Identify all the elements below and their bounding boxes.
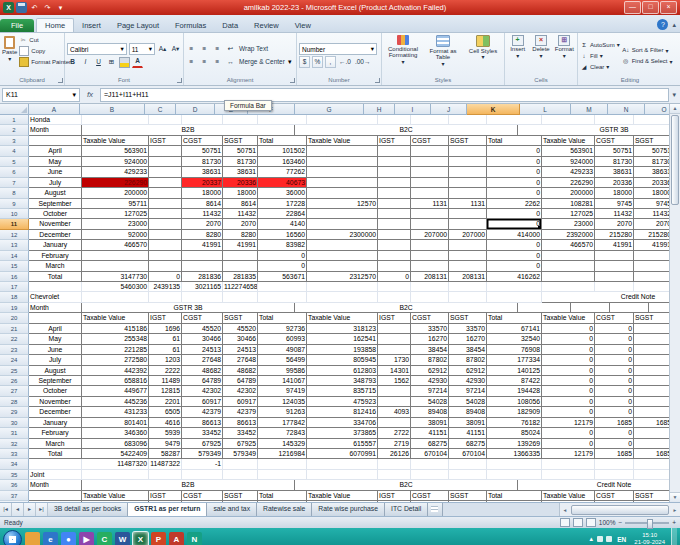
cell-H4[interactable] — [378, 146, 411, 156]
cell-I27[interactable]: 97214 — [411, 386, 449, 396]
cell-A9[interactable]: September — [29, 199, 82, 209]
cell-N21[interactable] — [634, 324, 669, 334]
cell-A22[interactable]: May — [29, 334, 82, 344]
cell-D12[interactable]: 8280 — [182, 230, 223, 240]
cell-L18[interactable]: Credit Note — [542, 292, 669, 302]
cell-J24[interactable]: 87802 — [449, 355, 487, 365]
fill-button[interactable]: ↓Fill▾ — [580, 51, 620, 61]
cell-B29[interactable]: 431233 — [82, 407, 149, 417]
cell-E22[interactable]: 30466 — [223, 334, 258, 344]
cell-D26[interactable]: 64789 — [182, 376, 223, 386]
cut-button[interactable]: ✂Cut — [19, 35, 71, 45]
cell-A26[interactable]: September — [29, 376, 82, 386]
cell-M28[interactable]: 0 — [595, 397, 634, 407]
cell-K27[interactable]: 194428 — [487, 386, 542, 396]
row-header-34[interactable]: 34 — [0, 459, 29, 469]
cell-K16[interactable]: 416262 — [487, 272, 542, 282]
cell-C30[interactable]: 4616 — [149, 418, 182, 428]
cell-C21[interactable]: 1696 — [149, 324, 182, 334]
cell-I24[interactable]: 87802 — [411, 355, 449, 365]
cell-N30[interactable]: 1685 — [634, 418, 669, 428]
cell-M1[interactable] — [595, 115, 634, 125]
cell-B33[interactable]: 5422409 — [82, 449, 149, 459]
cell-F34[interactable] — [258, 459, 307, 469]
row-header-35[interactable]: 35 — [0, 470, 29, 480]
cell-B35[interactable] — [82, 470, 149, 480]
sheet-tab-ratewise-sale[interactable]: Ratewise sale — [257, 503, 312, 516]
shrink-font-button[interactable]: A▾ — [170, 43, 181, 55]
cell-K5[interactable]: 0 — [487, 157, 542, 167]
cell-L4[interactable]: 563901 — [542, 146, 595, 156]
zoom-out-icon[interactable]: − — [618, 519, 622, 526]
cell-H38[interactable] — [378, 501, 411, 502]
cell-L12[interactable]: 2392000 — [542, 230, 595, 240]
cell-D16[interactable]: 281836 — [182, 272, 223, 282]
cell-G10[interactable] — [307, 209, 378, 219]
cell-C4[interactable] — [149, 146, 182, 156]
cell-K29[interactable]: 182909 — [487, 407, 542, 417]
align-middle-icon[interactable]: ≡ — [199, 43, 210, 55]
cell-G15[interactable] — [307, 261, 378, 271]
row-header-30[interactable]: 30 — [0, 418, 29, 428]
cell-D25[interactable]: 48682 — [182, 366, 223, 376]
grow-font-button[interactable]: A▴ — [157, 43, 168, 55]
cell-B26[interactable]: 658816 — [82, 376, 149, 386]
cell-N29[interactable] — [634, 407, 669, 417]
cell-J7[interactable] — [449, 178, 487, 188]
row-header-27[interactable]: 27 — [0, 386, 29, 396]
cell-N7[interactable]: 20336 — [634, 178, 669, 188]
cell-N28[interactable] — [634, 397, 669, 407]
row-header-12[interactable]: 12 — [0, 230, 29, 240]
cell-D30[interactable]: 86613 — [182, 418, 223, 428]
cell-C15[interactable] — [149, 261, 182, 271]
cell-D22[interactable]: 30466 — [182, 334, 223, 344]
cell-F5[interactable]: 163460 — [258, 157, 307, 167]
network-icon[interactable] — [597, 536, 603, 542]
cell-B20[interactable]: Taxable Value — [82, 313, 149, 323]
cell-A6[interactable]: June — [29, 167, 82, 177]
cell-N14[interactable] — [634, 251, 669, 261]
cell-K30[interactable]: 76182 — [487, 418, 542, 428]
row-header-1[interactable]: 1 — [0, 115, 29, 125]
column-header-C[interactable]: C — [145, 104, 176, 115]
cell-K32[interactable]: 139269 — [487, 439, 542, 449]
cell-C17[interactable]: 2439135 — [149, 282, 182, 292]
cell-D18[interactable] — [182, 292, 223, 302]
cell-A14[interactable]: February — [29, 251, 82, 261]
cell-H17[interactable] — [378, 282, 411, 292]
cell-A16[interactable]: Total — [29, 272, 82, 282]
cell-B18[interactable] — [82, 292, 149, 302]
cell-E31[interactable]: 33452 — [223, 428, 258, 438]
cell-M27[interactable]: 0 — [595, 386, 634, 396]
cell-D34[interactable]: -1 — [182, 459, 223, 469]
row-header-13[interactable]: 13 — [0, 240, 29, 250]
delete-cells-button[interactable]: × Delete ▾ — [530, 35, 551, 76]
insert-worksheet-button[interactable] — [428, 503, 443, 516]
undo-icon[interactable]: ↶ — [29, 2, 40, 13]
cell-E3[interactable]: SGST — [223, 136, 258, 146]
cell-M34[interactable] — [595, 459, 634, 469]
cell-K22[interactable]: 32540 — [487, 334, 542, 344]
cell-J10[interactable] — [449, 209, 487, 219]
cell-L36[interactable]: Credit Note — [518, 480, 669, 490]
cell-F25[interactable]: 99586 — [258, 366, 307, 376]
cell-A5[interactable]: May — [29, 157, 82, 167]
cell-D35[interactable] — [182, 470, 223, 480]
cell-M20[interactable]: CGST — [595, 313, 634, 323]
cell-F18[interactable] — [258, 292, 307, 302]
cell-M21[interactable]: 0 — [595, 324, 634, 334]
font-size-select[interactable]: 11▾ — [129, 43, 155, 55]
cell-J20[interactable]: SGST — [449, 313, 487, 323]
row-header-29[interactable]: 29 — [0, 407, 29, 417]
font-name-select[interactable]: Calibri▾ — [67, 43, 127, 55]
cell-C22[interactable]: 61 — [149, 334, 182, 344]
cell-C8[interactable] — [149, 188, 182, 198]
help-icon[interactable]: ? — [657, 19, 668, 30]
cell-L6[interactable]: 429233 — [542, 167, 595, 177]
column-header-D[interactable]: D — [176, 104, 215, 115]
cell-I12[interactable]: 207000 — [411, 230, 449, 240]
cell-B8[interactable]: 200000 — [82, 188, 149, 198]
row-header-10[interactable]: 10 — [0, 209, 29, 219]
cell-B2[interactable]: B2B — [82, 125, 295, 135]
row-header-20[interactable]: 20 — [0, 313, 29, 323]
